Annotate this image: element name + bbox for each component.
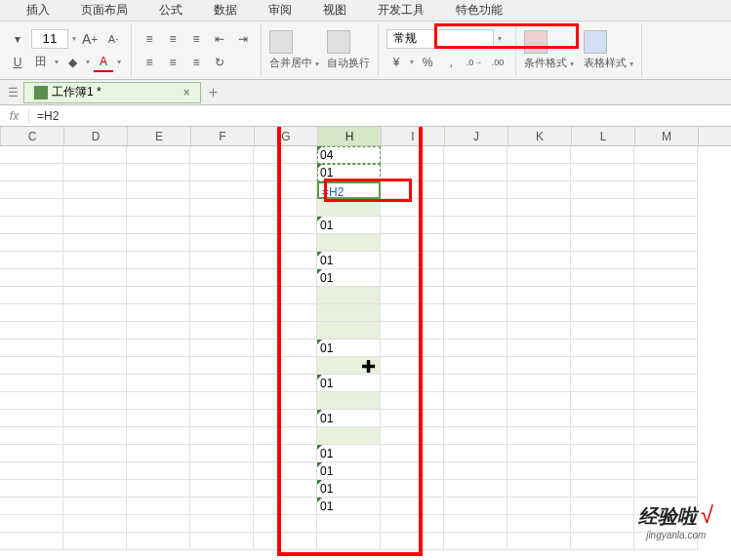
currency-dropdown[interactable]: ▾ — [410, 58, 414, 66]
cell[interactable] — [508, 340, 571, 357]
cell[interactable] — [190, 181, 254, 199]
cell[interactable] — [0, 199, 63, 217]
cell[interactable] — [571, 392, 634, 410]
cell[interactable] — [0, 498, 63, 515]
cell[interactable] — [571, 304, 634, 322]
orient-icon[interactable]: ↻ — [210, 53, 229, 72]
col-head-e[interactable]: E — [128, 127, 191, 145]
cell[interactable] — [508, 498, 571, 515]
cell[interactable]: 01 — [317, 252, 381, 269]
col-head-f[interactable]: F — [191, 127, 255, 145]
cell[interactable] — [0, 217, 63, 234]
cell[interactable] — [508, 533, 571, 550]
cell[interactable] — [0, 252, 63, 269]
cell[interactable]: 04 — [317, 146, 381, 164]
cell[interactable] — [444, 269, 508, 287]
cell[interactable] — [317, 533, 381, 550]
decrease-font-icon[interactable]: A- — [103, 29, 123, 49]
cell[interactable] — [63, 287, 127, 304]
cell[interactable] — [63, 375, 127, 392]
cell[interactable] — [381, 498, 444, 515]
cell[interactable] — [508, 269, 571, 287]
cell[interactable] — [63, 480, 127, 498]
cell[interactable] — [381, 445, 444, 462]
cell[interactable] — [63, 340, 127, 357]
cell[interactable] — [508, 357, 571, 375]
cell[interactable] — [634, 269, 698, 287]
cell[interactable] — [317, 515, 381, 533]
cell[interactable] — [508, 445, 571, 462]
cell[interactable] — [571, 164, 634, 181]
cell[interactable] — [127, 480, 190, 498]
cell[interactable] — [254, 410, 317, 427]
cell[interactable] — [508, 375, 571, 392]
cell[interactable] — [63, 146, 127, 164]
cell[interactable]: =H2 — [317, 181, 381, 199]
cell[interactable] — [444, 304, 508, 322]
cell[interactable] — [0, 445, 63, 462]
cell[interactable] — [63, 181, 127, 199]
cell[interactable] — [63, 234, 127, 252]
formula-input[interactable]: =H2 — [29, 109, 731, 123]
cell[interactable] — [190, 392, 254, 410]
cell[interactable] — [508, 480, 571, 498]
cell[interactable] — [254, 252, 317, 269]
cell[interactable] — [127, 340, 190, 357]
cell[interactable] — [190, 445, 254, 462]
cell[interactable] — [63, 392, 127, 410]
cell[interactable] — [190, 217, 254, 234]
cell[interactable] — [634, 462, 698, 480]
cell[interactable] — [381, 375, 444, 392]
cell[interactable] — [634, 181, 698, 199]
cell[interactable] — [127, 515, 190, 533]
cell[interactable] — [127, 462, 190, 480]
cell[interactable] — [444, 217, 508, 234]
col-head-g[interactable]: G — [255, 127, 318, 145]
cell[interactable]: 01 — [317, 410, 381, 427]
menu-insert[interactable]: 插入 — [15, 0, 61, 20]
cell[interactable] — [127, 199, 190, 217]
cell[interactable] — [254, 392, 317, 410]
col-head-m[interactable]: M — [635, 127, 699, 145]
cell[interactable] — [571, 357, 634, 375]
tab-add-icon[interactable]: + — [209, 84, 218, 101]
menu-data[interactable]: 数据 — [202, 0, 249, 20]
cell[interactable] — [254, 375, 317, 392]
cell[interactable] — [634, 357, 698, 375]
cell[interactable] — [508, 287, 571, 304]
border-dropdown[interactable]: ▾ — [55, 58, 59, 66]
cell[interactable] — [127, 252, 190, 269]
cell[interactable] — [571, 181, 634, 199]
cell[interactable] — [444, 480, 508, 498]
cell[interactable] — [0, 269, 63, 287]
cell[interactable] — [571, 462, 634, 480]
cell[interactable] — [0, 427, 63, 445]
cell[interactable] — [127, 217, 190, 234]
cell[interactable] — [634, 164, 698, 181]
cell[interactable] — [254, 269, 317, 287]
cell[interactable] — [190, 252, 254, 269]
cell[interactable] — [0, 462, 63, 480]
col-head-k[interactable]: K — [508, 127, 572, 145]
currency-icon[interactable]: ¥ — [386, 53, 406, 72]
cell[interactable] — [381, 234, 444, 252]
cell[interactable] — [508, 199, 571, 217]
cell[interactable] — [127, 181, 190, 199]
col-head-l[interactable]: L — [572, 127, 635, 145]
cell[interactable] — [571, 146, 634, 164]
cell[interactable] — [634, 410, 698, 427]
cell[interactable] — [381, 480, 444, 498]
cell[interactable] — [0, 304, 63, 322]
cell[interactable] — [444, 445, 508, 462]
cell[interactable] — [571, 375, 634, 392]
cell[interactable] — [381, 146, 444, 164]
cell[interactable]: 01 — [317, 217, 381, 234]
cell[interactable] — [381, 181, 444, 199]
workbook-tab[interactable]: 工作簿1 * × — [23, 82, 201, 103]
cell[interactable] — [444, 146, 508, 164]
cell[interactable] — [254, 445, 317, 462]
merge-icon[interactable] — [269, 30, 293, 54]
cell[interactable] — [63, 462, 127, 480]
cell[interactable] — [0, 146, 63, 164]
cell[interactable] — [634, 304, 698, 322]
